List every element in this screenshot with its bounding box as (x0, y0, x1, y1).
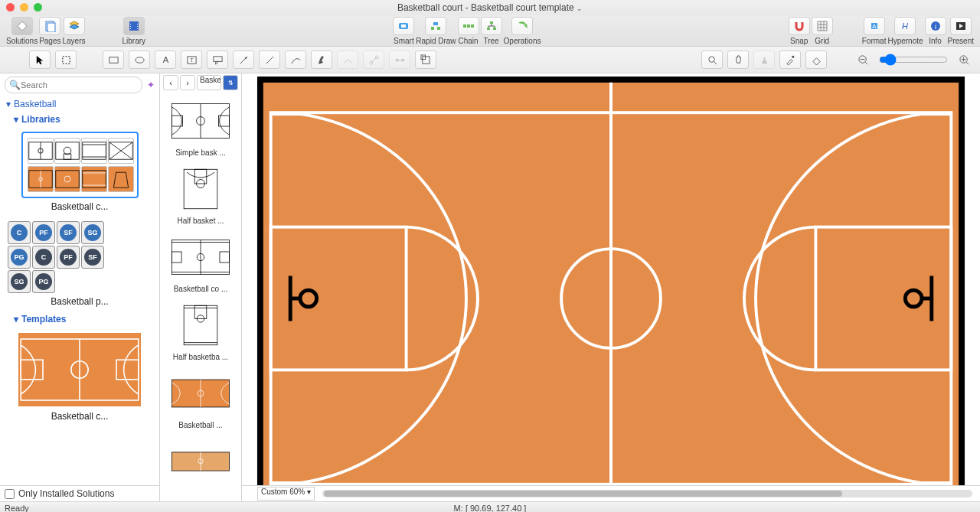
pin-icon[interactable]: ✦ (147, 80, 155, 90)
pages-label: Pages (39, 37, 60, 45)
template-item[interactable]: Half basket ... (163, 165, 238, 225)
svg-rect-26 (62, 56, 69, 63)
close-icon[interactable] (6, 3, 15, 11)
eraser-tool[interactable] (805, 51, 827, 69)
solutions-tree: ▾ Basketball ▾ Libraries Basketbal (0, 96, 159, 485)
window-title[interactable]: Basketball court - Basketball court temp… (397, 2, 583, 13)
svg-rect-12 (463, 24, 466, 28)
library-button[interactable]: ⋮⋮ (123, 17, 145, 35)
position-chip: PG (11, 249, 28, 266)
template-list[interactable]: Simple bask ... Half basket ... Basketba… (160, 92, 241, 501)
info-button[interactable]: i (925, 17, 946, 35)
template-court-block[interactable]: Basketball c... (0, 327, 159, 426)
court-thumb (108, 166, 134, 192)
minimize-icon[interactable] (20, 3, 28, 11)
position-chip: SG (11, 273, 28, 290)
zoom-out-button[interactable] (853, 51, 873, 68)
svg-rect-14 (471, 24, 474, 28)
library-courts-block[interactable]: Basketball c... (0, 127, 159, 217)
tree-button[interactable] (481, 17, 502, 35)
zoom-tool[interactable] (701, 51, 723, 69)
only-installed-checkbox[interactable] (5, 489, 15, 499)
arrow-tool[interactable] (233, 51, 254, 69)
svg-text:⋮⋮: ⋮⋮ (128, 23, 140, 31)
status-ready: Ready (5, 504, 29, 512)
template-item[interactable]: Simple bask ... (163, 96, 238, 157)
nav-back-button[interactable]: ‹ (163, 75, 178, 90)
canvas-viewport[interactable] (242, 73, 980, 485)
position-chip: SF (84, 249, 101, 266)
callout-tool[interactable] (207, 51, 228, 69)
solutions-sidebar: 🔍 ✦ ▾ Basketball ▾ Libraries (0, 73, 160, 501)
window-controls (6, 3, 42, 11)
svg-rect-11 (437, 27, 440, 30)
svg-point-42 (395, 58, 398, 61)
operations-label: Operations (504, 37, 541, 45)
basketball-court-drawing[interactable] (255, 77, 967, 485)
pan-tool[interactable] (727, 51, 749, 69)
present-button[interactable] (950, 17, 972, 35)
position-chip: C (11, 224, 28, 241)
pages-button[interactable] (39, 17, 60, 35)
tree-templates[interactable]: ▾ Templates (0, 311, 159, 327)
svg-rect-15 (490, 21, 493, 24)
operations-button[interactable] (511, 17, 533, 35)
tree-basketball[interactable]: ▾ Basketball (0, 96, 159, 112)
svg-rect-71 (55, 171, 78, 188)
template-item[interactable]: Basketball ... (163, 369, 238, 429)
hypernote-button[interactable]: H (894, 17, 916, 35)
ellipse-tool[interactable] (129, 51, 150, 69)
node-tool[interactable] (389, 51, 410, 69)
breadcrumb-stepper[interactable]: ⇅ (223, 75, 238, 90)
svg-rect-45 (422, 56, 429, 63)
snap-button[interactable] (789, 17, 810, 35)
template-item[interactable]: Half basketba ... (163, 301, 238, 361)
horizontal-scrollbar[interactable] (322, 490, 972, 497)
rapid-draw-button[interactable] (425, 17, 446, 35)
maximize-icon[interactable] (34, 3, 42, 11)
smart-button[interactable] (393, 17, 414, 35)
solutions-button[interactable] (11, 17, 33, 35)
svg-rect-46 (420, 54, 425, 59)
layers-button[interactable] (64, 17, 85, 35)
position-chip: SG (84, 224, 101, 241)
tree-libraries[interactable]: ▾ Libraries (0, 112, 159, 127)
textbox-tool[interactable]: T (181, 51, 202, 69)
pointer-tool[interactable] (29, 51, 51, 69)
svg-text:A: A (872, 23, 877, 30)
zoom-in-button[interactable] (954, 51, 974, 68)
stamp-tool[interactable] (753, 51, 775, 69)
svg-marker-33 (215, 61, 218, 64)
crop-tool[interactable] (415, 51, 436, 69)
format-button[interactable]: A (864, 17, 885, 35)
marquee-tool[interactable] (55, 51, 77, 69)
nav-forward-button[interactable]: › (180, 75, 195, 90)
position-chip: C (35, 249, 52, 266)
svg-rect-86 (184, 169, 217, 208)
svg-rect-9 (433, 22, 438, 25)
grid-button[interactable] (812, 17, 833, 35)
connector2-tool[interactable] (363, 51, 384, 69)
zoom-select[interactable]: Custom 60% ▾ (257, 487, 315, 501)
svg-marker-4 (70, 24, 79, 29)
text-tool[interactable]: A (155, 51, 176, 69)
svg-text:A: A (162, 55, 168, 64)
court-thumb (28, 138, 54, 164)
curve-tool[interactable] (285, 51, 306, 69)
zoom-slider[interactable] (879, 54, 948, 66)
eyedropper-tool[interactable] (779, 51, 801, 69)
breadcrumb-select[interactable]: Basket... (197, 75, 221, 90)
library-positions-block[interactable]: C PF SF SG PG C PF SF SG PG Basketball p… (0, 217, 159, 311)
court-thumb (28, 166, 54, 192)
library-positions-label: Basketball p... (8, 296, 152, 307)
template-item[interactable] (163, 437, 238, 486)
connector-tool[interactable] (337, 51, 358, 69)
svg-rect-32 (213, 56, 221, 61)
rectangle-tool[interactable] (103, 51, 124, 69)
chain-button[interactable] (458, 17, 479, 35)
line-tool[interactable] (259, 51, 280, 69)
svg-rect-17 (493, 28, 496, 30)
pen-tool[interactable] (311, 51, 332, 69)
search-input[interactable] (5, 77, 142, 93)
template-item[interactable]: Basketball co ... (163, 233, 238, 293)
